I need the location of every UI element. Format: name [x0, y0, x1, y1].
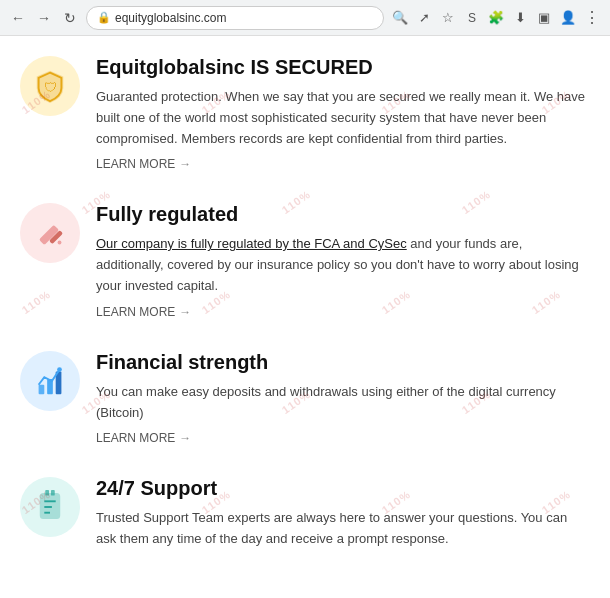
regulated-learn-more[interactable]: LEARN MORE → [96, 305, 590, 319]
browser-chrome: ← → ↻ 🔒 equityglobalsinc.com 🔍 ➚ ☆ S 🧩 ⬇… [0, 0, 610, 36]
forward-button[interactable]: → [34, 8, 54, 28]
reload-button[interactable]: ↻ [60, 8, 80, 28]
puzzle-icon[interactable]: 🧩 [486, 8, 506, 28]
section-support: 24/7 Support Trusted Support Team expert… [20, 477, 590, 566]
chart-icon [31, 362, 69, 400]
shield-icon: 🛡 [31, 67, 69, 105]
search-toolbar-icon[interactable]: 🔍 [390, 8, 410, 28]
back-button[interactable]: ← [8, 8, 28, 28]
section-financial: Financial strength You can make easy dep… [20, 351, 590, 454]
regulated-title: Fully regulated [96, 203, 590, 226]
learn-more-arrow: → [179, 157, 191, 171]
lock-icon: 🔒 [97, 11, 111, 24]
learn-more-arrow-3: → [179, 431, 191, 445]
financial-text: You can make easy deposits and withdrawa… [96, 382, 590, 424]
window-icon[interactable]: ▣ [534, 8, 554, 28]
svg-rect-13 [51, 490, 55, 496]
support-title: 24/7 Support [96, 477, 590, 500]
support-icon-wrap [20, 477, 80, 537]
address-bar[interactable]: 🔒 equityglobalsinc.com [86, 6, 384, 30]
secured-learn-more[interactable]: LEARN MORE → [96, 157, 590, 171]
toolbar: 🔍 ➚ ☆ S 🧩 ⬇ ▣ 👤 ⋮ [390, 8, 602, 28]
support-body: 24/7 Support Trusted Support Team expert… [96, 477, 590, 558]
star-icon[interactable]: ☆ [438, 8, 458, 28]
extension-icon[interactable]: S [462, 8, 482, 28]
profile-icon[interactable]: 👤 [558, 8, 578, 28]
page-content: 110%110%110%110%110%110%110%110%110%110%… [0, 36, 610, 598]
regulated-link[interactable]: Our company is fully regulated by the FC… [96, 236, 407, 251]
support-text: Trusted Support Team experts are always … [96, 508, 590, 550]
support-icon [31, 488, 69, 526]
learn-more-arrow-2: → [179, 305, 191, 319]
regulated-text: Our company is fully regulated by the FC… [96, 234, 590, 296]
share-icon[interactable]: ➚ [414, 8, 434, 28]
svg-text:🛡: 🛡 [44, 80, 57, 95]
secured-icon-wrap: 🛡 [20, 56, 80, 116]
financial-learn-more[interactable]: LEARN MORE → [96, 431, 590, 445]
download-icon[interactable]: ⬇ [510, 8, 530, 28]
svg-rect-4 [39, 385, 45, 395]
gavel-icon [31, 214, 69, 252]
section-regulated: Fully regulated Our company is fully reg… [20, 203, 590, 326]
secured-body: Equitglobalsinc IS SECURED Guaranted pro… [96, 56, 590, 171]
url-text: equityglobalsinc.com [115, 11, 226, 25]
svg-rect-12 [45, 490, 49, 496]
secured-text: Guaranted protection. When we say that y… [96, 87, 590, 149]
secured-title: Equitglobalsinc IS SECURED [96, 56, 590, 79]
financial-title: Financial strength [96, 351, 590, 374]
regulated-icon-wrap [20, 203, 80, 263]
financial-icon-wrap [20, 351, 80, 411]
menu-icon[interactable]: ⋮ [582, 8, 602, 28]
svg-point-3 [58, 241, 62, 245]
regulated-body: Fully regulated Our company is fully reg… [96, 203, 590, 318]
financial-body: Financial strength You can make easy dep… [96, 351, 590, 446]
section-secured: 🛡 Equitglobalsinc IS SECURED Guaranted p… [20, 56, 590, 179]
svg-point-7 [57, 367, 62, 372]
